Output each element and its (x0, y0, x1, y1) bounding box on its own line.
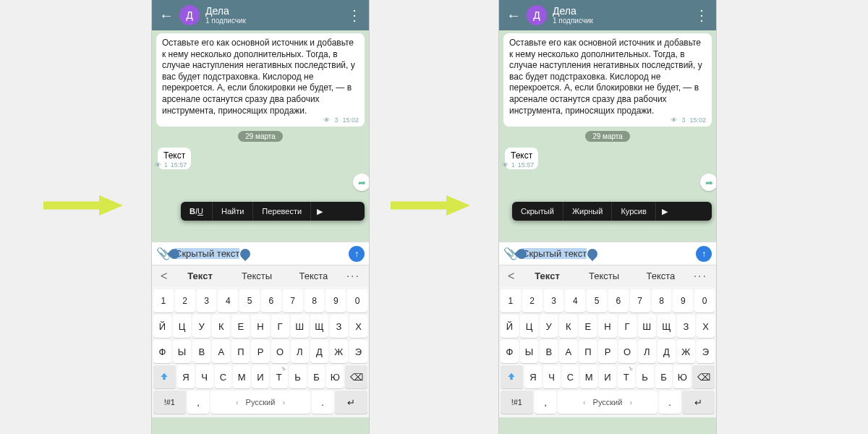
key[interactable]: Щ (658, 315, 676, 338)
key[interactable]: Б (655, 365, 673, 388)
key[interactable]: З (330, 315, 348, 338)
enter-key[interactable]: ↵ (335, 391, 367, 414)
enter-key[interactable]: ↵ (682, 391, 715, 414)
key[interactable]: Ж (677, 340, 695, 363)
key[interactable]: 6 (261, 289, 281, 312)
key[interactable]: Б (308, 365, 326, 388)
key[interactable]: 1 (153, 289, 174, 312)
key[interactable]: 7 (283, 289, 303, 312)
key[interactable]: У (192, 315, 210, 338)
more-icon[interactable]: ⋮ (693, 7, 710, 24)
key[interactable]: Ч (543, 365, 561, 388)
key[interactable]: Ы (520, 340, 538, 363)
suggestion-item[interactable]: Тексты (230, 271, 284, 281)
key[interactable]: 1 (501, 289, 521, 312)
key[interactable]: А (559, 340, 577, 363)
key[interactable]: Ф (153, 340, 171, 363)
suggestion-item[interactable]: Текста (286, 271, 340, 281)
key[interactable]: Л (638, 340, 656, 363)
send-button[interactable]: ↑ (696, 246, 712, 262)
attach-icon[interactable]: 📎 (503, 247, 518, 260)
key[interactable]: Ц (173, 315, 191, 338)
message-bubble-small[interactable]: Текст 👁 1 15:57 (158, 148, 191, 169)
key[interactable]: Ч (196, 365, 213, 388)
key[interactable]: 2 (175, 289, 195, 312)
key[interactable]: Н (251, 315, 269, 338)
key[interactable]: Г (618, 315, 637, 338)
context-menu-next-icon[interactable]: ▶ (656, 202, 673, 221)
suggestion-more-icon[interactable]: ··· (344, 270, 363, 283)
message-input[interactable]: Скрытый текст (522, 248, 692, 259)
key[interactable]: ТЪ (618, 365, 635, 388)
key[interactable]: Л (291, 340, 309, 363)
key[interactable]: Ц (520, 315, 538, 338)
key[interactable]: Ю (326, 365, 344, 388)
key[interactable]: Х (349, 315, 367, 338)
key[interactable]: С (562, 365, 579, 388)
key[interactable]: 9 (673, 289, 693, 312)
key[interactable]: Н (598, 315, 616, 338)
key[interactable]: 3 (544, 289, 564, 312)
key[interactable]: Ф (501, 340, 519, 363)
key[interactable]: 6 (608, 289, 629, 312)
key[interactable]: Я (524, 365, 542, 388)
key[interactable]: Й (153, 315, 171, 338)
back-icon[interactable]: ← (505, 7, 522, 24)
key[interactable]: Ш (638, 315, 656, 338)
key[interactable]: Е (231, 315, 250, 338)
shift-key[interactable] (153, 365, 176, 388)
period-key[interactable]: . (659, 391, 681, 414)
key[interactable]: И (252, 365, 269, 388)
context-menu-next-icon[interactable]: ▶ (311, 202, 328, 221)
key[interactable]: Э (349, 340, 367, 363)
key[interactable]: Ь (637, 365, 654, 388)
context-menu-item[interactable]: Жирный (563, 202, 613, 221)
key[interactable]: 0 (347, 289, 367, 312)
suggestion-item[interactable]: Текст (520, 271, 574, 281)
key[interactable]: 9 (326, 289, 346, 312)
key[interactable]: 5 (587, 289, 607, 312)
comma-key[interactable]: , (187, 391, 210, 414)
back-icon[interactable]: ← (158, 7, 175, 24)
key[interactable]: А (212, 340, 230, 363)
key[interactable]: Е (579, 315, 597, 338)
key[interactable]: И (599, 365, 616, 388)
key[interactable]: П (231, 340, 250, 363)
key[interactable]: 8 (305, 289, 325, 312)
key[interactable]: Р (251, 340, 269, 363)
attach-icon[interactable]: 📎 (156, 247, 171, 260)
comma-key[interactable]: , (535, 391, 557, 414)
suggestion-item[interactable]: Тексты (577, 271, 631, 281)
key[interactable]: 4 (218, 289, 238, 312)
key[interactable]: П (579, 340, 597, 363)
context-menu-item[interactable]: Скрытый (512, 202, 563, 221)
key[interactable]: К (212, 315, 230, 338)
key[interactable]: 5 (239, 289, 260, 312)
key[interactable]: 4 (565, 289, 585, 312)
message-input[interactable]: Скрытый текст (175, 248, 344, 259)
key[interactable]: Щ (310, 315, 328, 338)
backspace-key[interactable]: ⌫ (345, 365, 367, 388)
key[interactable]: В (540, 340, 558, 363)
suggestion-back-icon[interactable]: < (505, 270, 517, 283)
key[interactable]: Д (310, 340, 328, 363)
more-icon[interactable]: ⋮ (346, 7, 363, 24)
send-button[interactable]: ↑ (349, 246, 365, 262)
key[interactable]: Й (501, 315, 519, 338)
context-menu-item[interactable]: Найти (213, 202, 253, 221)
message-bubble[interactable]: Оставьте его как основной источник и доб… (503, 33, 712, 127)
symbols-key[interactable]: !#1 (501, 391, 533, 414)
key[interactable]: Ы (173, 340, 191, 363)
context-menu-item[interactable]: Перевести (253, 202, 311, 221)
key[interactable]: Ш (291, 315, 309, 338)
key[interactable]: У (540, 315, 558, 338)
space-key[interactable]: ‹Русский› (558, 391, 657, 414)
suggestion-back-icon[interactable]: < (158, 270, 170, 283)
key[interactable]: В (192, 340, 210, 363)
key[interactable]: 2 (522, 289, 542, 312)
key[interactable]: Ю (673, 365, 691, 388)
key[interactable]: К (559, 315, 577, 338)
channel-avatar[interactable]: Д (527, 5, 547, 25)
share-button[interactable]: ➦ (700, 174, 716, 191)
period-key[interactable]: . (312, 391, 334, 414)
